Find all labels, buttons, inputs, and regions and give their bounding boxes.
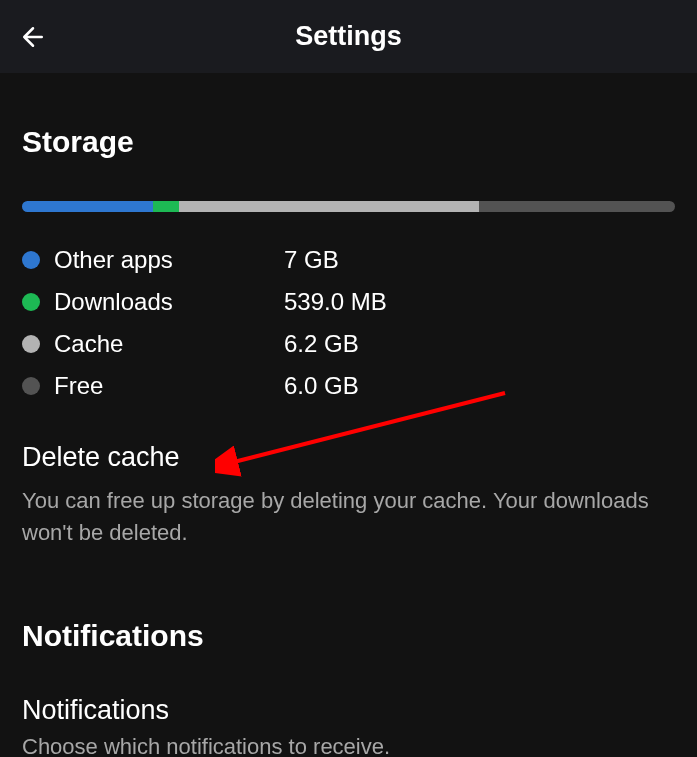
legend-row-free: Free 6.0 GB [22, 372, 675, 400]
storage-section-title: Storage [22, 125, 675, 159]
storage-bar-other [22, 201, 153, 212]
legend-dot-icon [22, 377, 40, 395]
storage-bar-cache [179, 201, 479, 212]
legend-row-other: Other apps 7 GB [22, 246, 675, 274]
notifications-section-title: Notifications [22, 619, 675, 653]
legend-dot-icon [22, 251, 40, 269]
legend-row-downloads: Downloads 539.0 MB [22, 288, 675, 316]
delete-cache-row[interactable]: Delete cache You can free up storage by … [22, 442, 675, 549]
delete-cache-desc: You can free up storage by deleting your… [22, 485, 675, 549]
notifications-setting-row[interactable]: Notifications Choose which notifications… [22, 695, 675, 757]
storage-usage-bar [22, 201, 675, 212]
legend-label: Downloads [54, 288, 284, 316]
legend-dot-icon [22, 293, 40, 311]
legend-value: 7 GB [284, 246, 339, 274]
storage-legend: Other apps 7 GB Downloads 539.0 MB Cache… [22, 246, 675, 400]
storage-bar-downloads [153, 201, 179, 212]
notifications-setting-title: Notifications [22, 695, 675, 726]
legend-value: 6.0 GB [284, 372, 359, 400]
legend-value: 539.0 MB [284, 288, 387, 316]
legend-row-cache: Cache 6.2 GB [22, 330, 675, 358]
back-button[interactable] [18, 22, 48, 52]
legend-label: Cache [54, 330, 284, 358]
storage-bar-free [479, 201, 675, 212]
notifications-setting-desc: Choose which notifications to receive. [22, 734, 675, 757]
delete-cache-title: Delete cache [22, 442, 675, 473]
arrow-left-icon [18, 22, 48, 52]
legend-label: Free [54, 372, 284, 400]
legend-value: 6.2 GB [284, 330, 359, 358]
legend-label: Other apps [54, 246, 284, 274]
header-bar: Settings [0, 0, 697, 73]
page-title: Settings [20, 21, 677, 52]
legend-dot-icon [22, 335, 40, 353]
